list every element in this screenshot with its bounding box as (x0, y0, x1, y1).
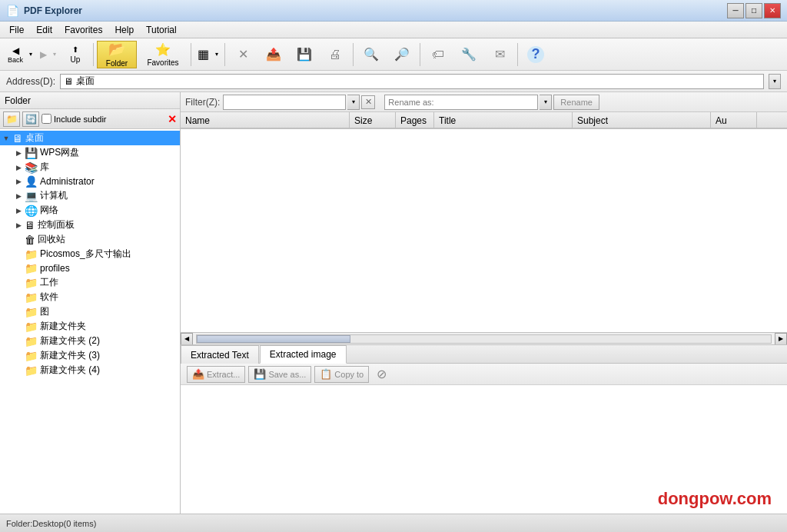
find-button[interactable]: 🔍 (357, 41, 386, 68)
forward-nav[interactable]: ▶ ▾ (37, 41, 59, 68)
tree-item-desktop[interactable]: ▼ 🖥 桌面 (0, 131, 180, 145)
tree-item-new4[interactable]: ▶ 📁 新建文件夹 (4) (0, 363, 180, 377)
filter-bar: Filter(Z): ▾ ✕ ▾ Rename (181, 92, 787, 112)
menu-favorites[interactable]: Favorites (58, 23, 108, 37)
view-nav[interactable]: ▦ ▾ (194, 41, 221, 68)
tree-item-wps[interactable]: ▶ 💾 WPS网盘 (0, 145, 180, 160)
tree-item-new2[interactable]: ▶ 📁 新建文件夹 (2) (0, 334, 180, 348)
view-dropdown[interactable]: ▾ (212, 41, 221, 68)
tree-item-ku[interactable]: ▶ 📚 库 (0, 160, 180, 175)
up-button[interactable]: ⬆ Up (61, 41, 90, 68)
tree-item-software[interactable]: ▶ 📁 软件 (0, 290, 180, 304)
folder-header-label: Folder (5, 95, 31, 106)
expand-icon-ku[interactable]: ▶ (12, 161, 25, 174)
scroll-right-button[interactable]: ▶ (775, 333, 787, 345)
extract-tabs: Extracted Text Extracted image (181, 345, 787, 364)
rename-input[interactable] (384, 95, 538, 110)
back-button[interactable]: ◀ Back (5, 41, 26, 68)
filter-input[interactable] (223, 95, 346, 110)
security-button[interactable]: 🔧 (454, 41, 483, 68)
horizontal-scrollbar[interactable]: ◀ ▶ (181, 332, 787, 344)
tree-item-admin[interactable]: ▶ 👤 Administrator (0, 175, 180, 188)
tree-item-pic[interactable]: ▶ 📁 图 (0, 304, 180, 319)
filter-clear-button[interactable]: ✕ (361, 95, 375, 109)
extract-button[interactable]: 📤 (259, 41, 288, 68)
tree-item-profiles[interactable]: ▶ 📁 profiles (0, 261, 180, 275)
col-header-pages[interactable]: Pages (396, 112, 434, 129)
status-text: Folder:Desktop(0 items) (6, 519, 96, 528)
back-nav[interactable]: ◀ Back ▾ (5, 41, 35, 68)
favorites-button[interactable]: ⭐ Favorites (138, 41, 188, 68)
menu-edit[interactable]: Edit (30, 23, 58, 37)
tab-extracted-image[interactable]: Extracted image (260, 345, 347, 364)
filter-dropdown[interactable]: ▾ (347, 95, 360, 110)
tree-item-picosmos[interactable]: ▶ 📁 Picosmos_多尺寸输出 (0, 247, 180, 261)
expand-icon-admin[interactable]: ▶ (12, 175, 25, 188)
close-button[interactable]: ✕ (764, 3, 781, 18)
addressbar: Address(D): 🖥 桌面 ▾ (0, 71, 787, 92)
expand-icon-network[interactable]: ▶ (12, 204, 25, 217)
tree-icon-computer: 💻 (25, 190, 38, 202)
new-folder-button[interactable]: 📁 (3, 111, 20, 127)
properties-button[interactable]: 🏷 (423, 41, 453, 68)
col-header-author[interactable]: Au (711, 112, 757, 129)
menu-help[interactable]: Help (108, 23, 140, 37)
tree-item-new1[interactable]: ▶ 📁 新建文件夹 (0, 319, 180, 334)
security-icon: 🔧 (461, 47, 477, 62)
email-button[interactable]: ✉ (485, 41, 514, 68)
rename-button[interactable]: Rename (553, 95, 599, 110)
view-dropdown-icon: ▾ (215, 51, 218, 58)
scroll-track[interactable] (196, 334, 772, 344)
back-dropdown[interactable]: ▾ (26, 41, 35, 68)
include-subdir-checkbox[interactable] (42, 114, 51, 124)
forward-dropdown[interactable]: ▾ (50, 41, 59, 68)
folder-button[interactable]: 📂 Folder (97, 41, 137, 68)
extract-btn[interactable]: 📤 Extract... (187, 366, 245, 383)
file-list: Name Size Pages Title Subject Au (181, 112, 787, 332)
tree-item-work[interactable]: ▶ 📁 工作 (0, 275, 180, 290)
tree-icon-new4: 📁 (25, 364, 38, 377)
help-button[interactable]: ? (521, 41, 550, 68)
col-header-subject[interactable]: Subject (573, 112, 711, 129)
app-icon: 📄 (6, 5, 19, 17)
menu-tutorial[interactable]: Tutorial (140, 23, 183, 37)
expand-icon-desktop[interactable]: ▼ (0, 132, 12, 145)
col-header-title[interactable]: Title (434, 112, 573, 129)
address-box[interactable]: 🖥 桌面 (60, 74, 764, 89)
forward-button[interactable]: ▶ (37, 41, 50, 68)
expand-icon-computer[interactable]: ▶ (12, 190, 25, 202)
view-button[interactable]: ▦ (194, 41, 212, 68)
maximize-button[interactable]: □ (745, 3, 762, 18)
col-header-name[interactable]: Name (181, 112, 350, 129)
copy-to-btn[interactable]: 📋 Copy to (314, 366, 369, 383)
tree-item-control[interactable]: ▶ 🖥 控制面板 (0, 218, 180, 232)
tab-extracted-text[interactable]: Extracted Text (181, 345, 259, 364)
refresh-button[interactable]: 🔄 (22, 111, 39, 127)
include-subdir-container[interactable]: Include subdir (42, 114, 107, 124)
print-button[interactable]: 🖨 (320, 41, 350, 68)
rename-dropdown[interactable]: ▾ (540, 95, 552, 110)
save-as-btn[interactable]: 💾 Save as... (248, 366, 311, 383)
address-dropdown[interactable]: ▾ (769, 74, 781, 89)
find-icon: 🔍 (364, 47, 379, 62)
menu-file[interactable]: File (3, 23, 30, 37)
cancel-btn[interactable]: ⊘ (372, 366, 391, 383)
minimize-button[interactable]: ─ (727, 3, 744, 18)
address-label: Address(D): (6, 76, 55, 87)
forward-icon: ▶ (40, 49, 47, 60)
tree-item-recycle[interactable]: ▶ 🗑 回收站 (0, 232, 180, 247)
save-button[interactable]: 💾 (290, 41, 319, 68)
tree-item-network[interactable]: ▶ 🌐 网络 (0, 203, 180, 218)
back-label: Back (8, 56, 23, 64)
expand-icon-wps[interactable]: ▶ (12, 147, 25, 159)
expand-icon-control[interactable]: ▶ (12, 219, 25, 231)
delete-button[interactable]: ✕ (228, 41, 257, 68)
title-controls[interactable]: ─ □ ✕ (727, 3, 781, 18)
tree-item-new3[interactable]: ▶ 📁 新建文件夹 (3) (0, 348, 180, 363)
tree-item-computer[interactable]: ▶ 💻 计算机 (0, 188, 180, 203)
col-header-size[interactable]: Size (350, 112, 396, 129)
close-panel-button[interactable]: ✕ (168, 113, 177, 125)
scroll-left-button[interactable]: ◀ (181, 333, 193, 345)
zoom-button[interactable]: 🔎 (387, 41, 417, 68)
scroll-thumb[interactable] (197, 335, 350, 343)
